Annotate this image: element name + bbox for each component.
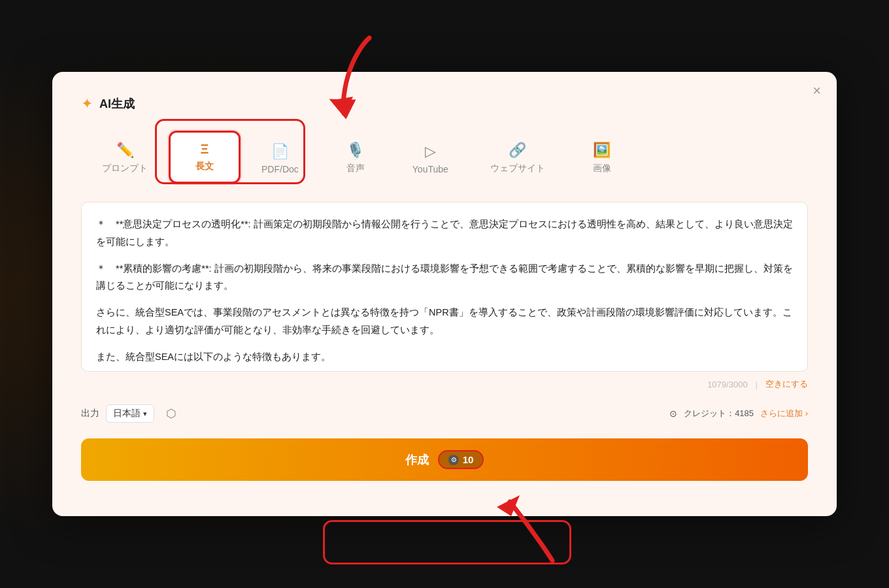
audio-icon: 🎙️ [346,142,364,159]
modal-header: ✦ AI生成 [81,95,808,112]
add-more-link[interactable]: さらに追加 › [760,408,808,419]
output-label: 出力 [81,408,99,419]
tab-youtube[interactable]: ▷ YouTube [392,134,469,184]
tab-pdfdoc[interactable]: 📄 PDF/Doc [241,134,320,184]
content-p2: ＊ **累積的影響の考慮**: 計画の初期段階から、将来の事業段階における環境影… [96,260,793,295]
tab-youtube-label: YouTube [412,164,448,174]
generate-wrapper: 作成 ⊙ 10 [81,438,808,481]
tab-image-label: 画像 [593,163,611,174]
tab-prompt[interactable]: ✏️ プロンプト [81,133,169,184]
credit-cost-value: 10 [463,454,474,465]
credit-cost-badge: ⊙ 10 [438,450,484,469]
tab-longtext[interactable]: Ξ 長文 [169,131,241,184]
chevron-down-icon: ▾ [143,410,147,418]
tab-pdfdoc-label: PDF/Doc [261,164,299,174]
content-p4: また、統合型SEAには以下のような特徴もあります。 [96,348,793,366]
content-p3: さらに、統合型SEAでは、事業段階のアセスメントとは異なる特徴を持つ「NPR書」… [96,304,793,339]
credit-cost-icon: ⊙ [448,455,459,465]
settings-button[interactable]: ⬡ [166,406,176,421]
website-icon: 🔗 [509,142,526,159]
language-select[interactable]: 日本語 ▾ [106,404,154,423]
ai-modal: × ✦ AI生成 ✏️ プロンプト Ξ 長文 📄 PDF/Doc 🎙️ 音声 ▷… [52,72,837,516]
tab-image[interactable]: 🖼️ 画像 [566,133,638,184]
tab-audio[interactable]: 🎙️ 音声 [320,133,392,184]
settings-icon: ⬡ [166,407,176,420]
longtext-icon: Ξ [201,142,209,157]
sparkle-icon: ✦ [81,95,93,112]
credits-label: クレジット：4185 [684,408,754,419]
tab-website[interactable]: 🔗 ウェブサイト [469,133,566,184]
modal-title: AI生成 [99,96,135,112]
clear-button[interactable]: 空きにする [765,378,808,390]
output-language-section: 出力 日本語 ▾ ⬡ [81,404,176,423]
pdfdoc-icon: 📄 [271,143,289,160]
content-textarea[interactable]: ＊ **意思決定プロセスの透明化**: 計画策定の初期段階から情報公開を行うこと… [81,202,808,372]
credits-section: ⊙ クレジット：4185 さらに追加 › [669,408,808,419]
youtube-icon: ▷ [425,143,436,160]
content-p1: ＊ **意思決定プロセスの透明化**: 計画策定の初期段階から情報公開を行うこと… [96,216,793,251]
tab-bar: ✏️ プロンプト Ξ 長文 📄 PDF/Doc 🎙️ 音声 ▷ YouTube … [81,131,808,184]
close-button[interactable]: × [813,84,821,98]
footer-controls: 出力 日本語 ▾ ⬡ ⊙ クレジット：4185 さらに追加 › [81,404,808,423]
credit-icon: ⊙ [669,408,677,419]
tab-website-label: ウェブサイト [490,163,545,174]
prompt-icon: ✏️ [116,142,134,159]
image-icon: 🖼️ [593,142,611,159]
tab-longtext-label: 長文 [195,161,214,172]
generate-button[interactable]: 作成 ⊙ 10 [81,438,808,481]
tab-prompt-label: プロンプト [102,163,148,174]
tab-audio-label: 音声 [346,163,365,174]
char-count-display: 1079/3000 [707,380,747,389]
generate-label: 作成 [405,452,429,468]
char-count-row: 1079/3000 | 空きにする [81,378,808,390]
